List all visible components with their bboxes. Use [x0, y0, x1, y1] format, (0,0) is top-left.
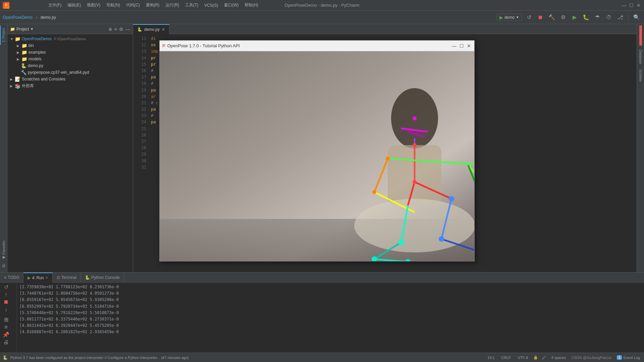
bottom-tab-run[interactable]: ▶ 4: Run ✕: [23, 273, 52, 283]
menu-vcs[interactable]: VCS(S): [202, 2, 221, 9]
event-log-button[interactable]: 1 Event Log: [615, 355, 641, 360]
search-button[interactable]: 🔍: [632, 13, 641, 22]
tab-close-button[interactable]: ✕: [162, 27, 165, 32]
menu-edit[interactable]: 编辑(E): [65, 1, 84, 9]
line-num-17: 17: [133, 74, 146, 80]
menu-nav[interactable]: 导航(N): [104, 1, 123, 9]
menu-run[interactable]: 运行(R): [163, 1, 182, 9]
console-line-5: [5.5740448e+02 5.7916229e+02 5.5010873e-…: [19, 310, 641, 316]
bottom-tab-terminal[interactable]: ⊡ Terminal: [53, 273, 81, 283]
run-button[interactable]: ▶: [570, 13, 579, 22]
tree-root-arrow: ▼: [10, 37, 13, 41]
layout-button[interactable]: ⊞: [1, 316, 11, 323]
minimize-button[interactable]: —: [621, 3, 627, 8]
menu-refactor[interactable]: 重构(R): [143, 1, 162, 9]
tree-bin-folder-icon: 📁: [21, 43, 27, 48]
console-line-4: [6.8552997e+02 5.7920734e+02 5.5184716e-…: [19, 303, 641, 310]
tree-bin-label: bin: [29, 43, 34, 48]
tree-pyd-label: pyopenpose.cp37-win_amd64.pyd: [28, 70, 89, 75]
stop-button[interactable]: ⏹: [536, 13, 545, 22]
close-button[interactable]: ✕: [636, 3, 641, 8]
tree-item-external[interactable]: ▶ 📚 外部库: [7, 82, 133, 89]
cursor-position[interactable]: 19:1: [486, 355, 496, 360]
stop-ctrl-button[interactable]: ⏹: [1, 299, 11, 305]
line-num-20: 20: [133, 94, 146, 100]
tree-item-scratches[interactable]: ▶ 📝 Scratches and Consoles: [7, 76, 133, 82]
app-breadcrumb: OpenPoseDemo: [3, 15, 33, 20]
console-output: [2.7359830e+02 1.7788123e+02 8.2301736e-…: [17, 283, 644, 353]
bottom-tab-todo[interactable]: ≡ TODO: [0, 273, 23, 283]
menu-tools[interactable]: 工具(T): [182, 1, 201, 9]
print-output-button[interactable]: 🖨: [1, 339, 11, 345]
tree-item-models[interactable]: ▶ 📁 models: [7, 56, 133, 62]
line-num-21: 21: [133, 100, 146, 106]
tree-root-item[interactable]: ▼ 📁 OpenPoseDemo F:\OpenPoseDemo: [7, 36, 133, 42]
panel-add-button[interactable]: ⊕: [108, 26, 112, 32]
tree-item-bin[interactable]: ▶ 📁 bin: [7, 42, 133, 49]
popup-title-label: OpenPose 1.7.0 - Tutorial Python API: [167, 43, 240, 48]
line-num-30: 30: [133, 158, 146, 164]
panel-settings-button[interactable]: ⚙: [119, 26, 123, 32]
menu-view[interactable]: 视图(V): [84, 1, 103, 9]
popup-minimize-button[interactable]: —: [451, 43, 457, 49]
scroll-down-button[interactable]: ↓: [1, 306, 11, 312]
run-config-selector[interactable]: ▶ demo ▼: [496, 14, 522, 21]
sidebar-tab-project[interactable]: 1: Project: [0, 25, 7, 45]
coverage-button[interactable]: ☂: [593, 13, 602, 22]
tree-item-demo-py[interactable]: 🐍 demo.py: [7, 62, 133, 69]
menu-file[interactable]: 文件(F): [46, 1, 64, 9]
vcs-button[interactable]: ⎇: [615, 13, 625, 22]
menu-window[interactable]: 窗口(W): [221, 1, 241, 9]
maximize-button[interactable]: ☐: [629, 3, 634, 8]
csdn-info: CSDN @SuJiangPaoLiu: [571, 356, 611, 360]
more-options-button[interactable]: …: [1, 348, 15, 353]
console-line-6: [5.0811771e+02 6.3375446e+02 6.2738371e-…: [19, 316, 641, 322]
tree-root-label: OpenPoseDemo: [22, 37, 52, 41]
debug-button[interactable]: 🐛: [581, 13, 591, 22]
tree-external-icon: 📚: [15, 83, 20, 89]
print-icon[interactable]: 🖨: [0, 262, 7, 269]
build-button[interactable]: 🔨: [547, 13, 556, 22]
menu-help[interactable]: 帮助(H): [242, 1, 261, 9]
menu-code[interactable]: 代码(C): [123, 1, 143, 9]
tree-item-pyd[interactable]: 🔧 pyopenpose.cp37-win_amd64.pyd: [7, 69, 133, 76]
panel-close-button[interactable]: —: [125, 26, 130, 32]
tree-pyd-icon: 🔧: [21, 70, 26, 75]
charset[interactable]: UTF-8: [516, 355, 529, 360]
tree-root-icon: 📁: [15, 36, 20, 42]
left-side-panel: 1: Project 2: Favorites ★ 🖨: [0, 24, 7, 272]
indent-setting[interactable]: 4 spaces: [550, 355, 567, 360]
tree-models-label: models: [29, 57, 42, 61]
pose-svg: [160, 51, 474, 261]
bottom-tab-python-console[interactable]: 🐍 Python Console: [81, 273, 124, 283]
tree-examples-label: examples: [29, 50, 46, 55]
panel-title-text: Project: [16, 27, 29, 32]
settings-button[interactable]: ⚙: [558, 13, 568, 22]
pin-output-button[interactable]: 📌: [1, 331, 11, 338]
line-num-23: 23: [133, 113, 146, 119]
tab-demo-py[interactable]: 🐍 demo.py ✕: [133, 24, 169, 34]
svg-point-30: [372, 190, 376, 194]
tab-bar: 🐍 demo.py ✕: [133, 24, 637, 34]
rerun-button[interactable]: ↺: [524, 13, 534, 22]
favorites-tab[interactable]: 2: Favorites: [0, 246, 7, 253]
bottom-panel: ≡ TODO ▶ 4: Run ✕ ⊡ Terminal 🐍 Python Co…: [0, 272, 644, 353]
tab-icon: 🐍: [137, 27, 142, 32]
panel-dropdown-icon[interactable]: ▼: [30, 27, 34, 31]
popup-close-button[interactable]: ✕: [466, 43, 472, 49]
run-close-button[interactable]: ✕: [45, 276, 48, 280]
panel-collapse-button[interactable]: ≡: [114, 26, 117, 32]
line-ending[interactable]: CRLF: [500, 355, 513, 360]
popup-title-text: P OpenPose 1.7.0 - Tutorial Python API: [162, 43, 240, 48]
line-num-14: 14: [133, 55, 146, 61]
rerun-ctrl-button[interactable]: ↺: [1, 284, 11, 290]
profile-button[interactable]: ⏱: [604, 13, 613, 22]
wrap-button[interactable]: ≡: [1, 324, 11, 330]
tree-item-examples[interactable]: ▶ 📁 examples: [7, 49, 133, 56]
scroll-up-button[interactable]: ↑: [1, 292, 11, 298]
toolbar: OpenPoseDemo › demo.py ▶ demo ▼ ↺ ⏹ 🔨 ⚙ …: [0, 11, 644, 24]
right-tab-sciview[interactable]: SciView: [638, 67, 643, 84]
right-tab-database[interactable]: Database: [638, 47, 643, 67]
run-controls: ↺ ↑ ⏹ ↓ ⊞ ≡ 📌 🖨 …: [0, 283, 17, 353]
popup-restore-button[interactable]: ☐: [459, 43, 464, 49]
